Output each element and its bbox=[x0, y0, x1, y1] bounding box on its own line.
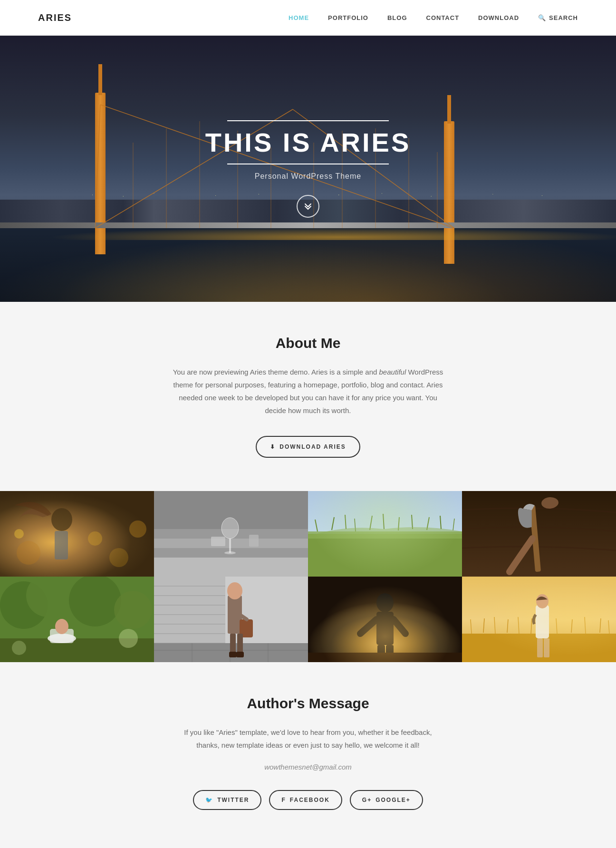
svg-line-97 bbox=[494, 617, 495, 634]
svg-point-21 bbox=[129, 520, 146, 538]
nav-download[interactable]: DOWNLOAD bbox=[478, 14, 519, 21]
gallery-item-4[interactable] bbox=[462, 491, 616, 577]
svg-line-38 bbox=[345, 515, 346, 529]
gallery-image-3 bbox=[308, 491, 462, 577]
author-text: If you like "Aries" template, we'd love … bbox=[175, 726, 441, 752]
svg-rect-35 bbox=[308, 531, 462, 539]
hero-content: THIS IS ARIES Personal WordPress Theme bbox=[205, 120, 411, 218]
gallery-image-1 bbox=[0, 491, 154, 577]
svg-point-30 bbox=[224, 551, 236, 554]
svg-rect-31 bbox=[211, 537, 225, 546]
svg-line-43 bbox=[412, 515, 413, 529]
svg-rect-81 bbox=[229, 652, 237, 657]
author-email[interactable]: wowthemesnet@gmail.com bbox=[38, 763, 578, 771]
svg-point-58 bbox=[55, 619, 68, 634]
svg-rect-90 bbox=[377, 645, 385, 662]
svg-rect-87 bbox=[376, 612, 394, 645]
svg-rect-84 bbox=[308, 577, 462, 662]
nav-search[interactable]: 🔍 SEARCH bbox=[538, 14, 578, 21]
gallery-image-4 bbox=[462, 491, 616, 577]
svg-point-53 bbox=[69, 577, 121, 626]
svg-rect-26 bbox=[154, 558, 308, 577]
svg-rect-33 bbox=[308, 491, 462, 577]
gallery-image-8 bbox=[462, 577, 616, 662]
gallery-item-5[interactable] bbox=[0, 577, 154, 662]
about-title: About Me bbox=[38, 335, 578, 351]
googleplus-icon: g+ bbox=[362, 797, 372, 803]
svg-point-19 bbox=[17, 541, 40, 565]
svg-rect-91 bbox=[386, 645, 394, 662]
svg-rect-94 bbox=[462, 634, 616, 662]
svg-line-41 bbox=[383, 514, 384, 529]
about-section: About Me You are now previewing Aries th… bbox=[0, 302, 616, 491]
hero-title: THIS IS ARIES bbox=[205, 127, 411, 158]
hero-subtitle: Personal WordPress Theme bbox=[205, 172, 411, 181]
svg-rect-109 bbox=[544, 638, 549, 657]
svg-line-100 bbox=[531, 618, 532, 635]
svg-rect-93 bbox=[462, 577, 616, 662]
gallery-item-1[interactable] bbox=[0, 491, 154, 577]
svg-line-102 bbox=[571, 619, 572, 633]
logo[interactable]: ARIES bbox=[38, 12, 72, 23]
hero-section: THIS IS ARIES Personal WordPress Theme bbox=[0, 36, 616, 302]
facebook-label: FACEBOOK bbox=[290, 797, 330, 803]
svg-line-88 bbox=[360, 619, 376, 634]
googleplus-button[interactable]: g+ GOOGLE+ bbox=[350, 790, 423, 810]
svg-point-59 bbox=[119, 629, 138, 648]
svg-rect-29 bbox=[229, 539, 231, 553]
gallery-item-7[interactable] bbox=[308, 577, 462, 662]
svg-point-17 bbox=[88, 531, 102, 546]
main-nav: HOME PORTFOLIO BLOG CONTACT DOWNLOAD 🔍 S… bbox=[289, 14, 578, 21]
about-text: You are now previewing Aries theme demo.… bbox=[170, 366, 446, 417]
gallery-item-8[interactable] bbox=[462, 577, 616, 662]
gallery-item-6[interactable] bbox=[154, 577, 308, 662]
svg-point-86 bbox=[376, 593, 394, 612]
gallery-image-6 bbox=[154, 577, 308, 662]
svg-line-37 bbox=[332, 517, 334, 530]
facebook-button[interactable]: f FACEBOOK bbox=[269, 790, 342, 810]
gallery-item-3[interactable] bbox=[308, 491, 462, 577]
social-buttons: 🐦 TWITTER f FACEBOOK g+ GOOGLE+ bbox=[38, 790, 578, 810]
about-text-part1: You are now previewing Aries theme demo.… bbox=[173, 368, 379, 376]
svg-line-101 bbox=[556, 618, 557, 634]
svg-rect-16 bbox=[55, 531, 68, 559]
gallery-image-5 bbox=[0, 577, 154, 662]
search-icon: 🔍 bbox=[538, 14, 546, 21]
download-icon: ⬇ bbox=[270, 443, 276, 450]
header: ARIES HOME PORTFOLIO BLOG CONTACT DOWNLO… bbox=[0, 0, 616, 36]
svg-rect-32 bbox=[249, 535, 259, 547]
svg-point-107 bbox=[536, 594, 549, 608]
download-label: DOWNLOAD ARIES bbox=[279, 443, 346, 450]
scroll-down-button[interactable] bbox=[297, 195, 319, 218]
svg-rect-85 bbox=[308, 577, 462, 662]
gallery-image-7 bbox=[308, 577, 462, 662]
gallery-item-2[interactable] bbox=[154, 491, 308, 577]
svg-line-96 bbox=[483, 618, 484, 633]
svg-point-54 bbox=[114, 591, 152, 629]
svg-rect-82 bbox=[236, 652, 244, 657]
about-text-italic: beautiful bbox=[379, 368, 406, 376]
svg-line-98 bbox=[507, 619, 508, 633]
twitter-button[interactable]: 🐦 TWITTER bbox=[193, 790, 261, 810]
svg-line-46 bbox=[453, 519, 454, 530]
author-title: Author's Message bbox=[38, 695, 578, 712]
svg-line-99 bbox=[518, 617, 519, 634]
svg-rect-92 bbox=[308, 653, 462, 662]
svg-line-0 bbox=[95, 105, 100, 228]
svg-line-39 bbox=[355, 519, 356, 531]
svg-rect-34 bbox=[308, 534, 462, 577]
nav-home[interactable]: HOME bbox=[289, 14, 309, 21]
googleplus-label: GOOGLE+ bbox=[375, 797, 411, 803]
svg-point-18 bbox=[109, 548, 128, 567]
nav-contact[interactable]: CONTACT bbox=[426, 14, 460, 21]
svg-rect-108 bbox=[537, 638, 543, 657]
download-button[interactable]: ⬇ DOWNLOAD ARIES bbox=[256, 436, 360, 458]
nav-portfolio[interactable]: PORTFOLIO bbox=[328, 14, 368, 21]
nav-blog[interactable]: BLOG bbox=[387, 14, 407, 21]
author-section: Author's Message If you like "Aries" tem… bbox=[0, 662, 616, 848]
svg-line-36 bbox=[315, 520, 318, 531]
portfolio-gallery bbox=[0, 491, 616, 662]
svg-line-42 bbox=[398, 517, 399, 530]
svg-line-103 bbox=[585, 617, 586, 634]
svg-point-15 bbox=[51, 508, 72, 531]
